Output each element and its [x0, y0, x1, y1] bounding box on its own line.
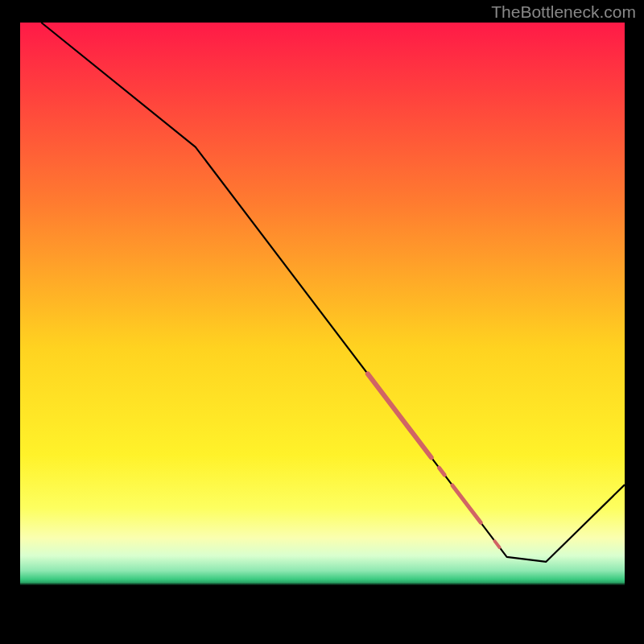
watermark-text: TheBottleneck.com: [491, 2, 636, 22]
plot-background: [20, 23, 625, 615]
bottleneck-chart: [0, 0, 644, 644]
chart-container: TheBottleneck.com: [0, 0, 644, 644]
